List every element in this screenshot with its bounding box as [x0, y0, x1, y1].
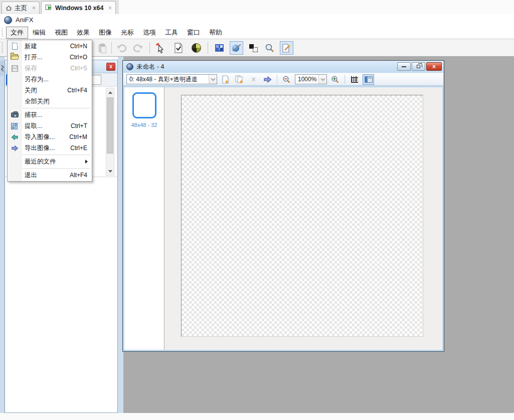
selection-marquee-button[interactable] [247, 41, 260, 55]
undo-icon [116, 43, 127, 53]
side-panel-close-button[interactable]: x [106, 63, 115, 71]
menu-item-close[interactable]: 关闭 Ctrl+F4 [8, 85, 92, 96]
test-cursor-button[interactable] [153, 41, 167, 55]
frame-thumbnail-selected[interactable] [132, 92, 156, 118]
menu-item-save[interactable]: 保存 Ctrl+S [8, 63, 92, 74]
menu-image[interactable]: 图像 [94, 27, 116, 39]
open-folder-icon [8, 54, 22, 60]
pointer-spark-icon [155, 43, 165, 54]
menu-item-shortcut: Ctrl+O [70, 54, 92, 61]
document-title-bar[interactable]: 未命名 - 4 × [123, 61, 444, 73]
menubar-grip[interactable] [2, 29, 3, 37]
arrow-down-icon [108, 170, 112, 173]
side-panel-scrollbar[interactable] [106, 88, 114, 176]
menu-file[interactable]: 文件 [6, 27, 28, 39]
export-arrow-icon [263, 76, 272, 83]
close-x-icon: x [109, 64, 112, 69]
menu-item-close-all[interactable]: 全部关闭 [8, 96, 92, 107]
cursor-check-button[interactable] [172, 41, 185, 55]
side-panel-lower-area [5, 177, 117, 412]
menu-item-label: 退出 [22, 171, 37, 180]
arrow-up-icon [108, 91, 112, 94]
canvas-area [164, 87, 442, 350]
menu-item-exit[interactable]: 退出 Alt+F4 [8, 170, 92, 181]
draw-sphere-icon [232, 44, 241, 52]
doc-restore-button[interactable] [412, 62, 425, 71]
zoom-in-button[interactable] [329, 74, 341, 85]
camera-icon [8, 112, 22, 117]
image-blocks-button[interactable] [213, 41, 226, 55]
format-combo-value: 0: 48x48 - 真彩+透明通道 [127, 75, 209, 84]
toolbar-grip[interactable] [2, 42, 3, 53]
tab-home-close-icon[interactable]: × [32, 6, 36, 11]
menu-item-label: 另存为... [22, 75, 49, 84]
save-floppy-icon [8, 65, 22, 72]
vm-tab-bar: 主页 × Windows 10 x64 × [0, 0, 514, 14]
menu-item-new[interactable]: 新建 Ctrl+N [8, 41, 92, 52]
preview-panel-toggle-button[interactable] [363, 74, 374, 85]
tab-vm-close-icon[interactable]: × [108, 6, 112, 11]
collapsed-panel-tab[interactable] [0, 61, 5, 76]
doc-minimize-button[interactable] [397, 62, 411, 71]
scroll-down-button[interactable] [106, 167, 114, 175]
menu-help[interactable]: 帮助 [205, 27, 227, 39]
effects-wand-button[interactable] [280, 41, 293, 55]
zoom-combo[interactable]: 1000% [295, 74, 327, 84]
restore-icon [417, 65, 420, 68]
menu-tools[interactable]: 工具 [160, 27, 183, 39]
menu-options[interactable]: 选项 [138, 27, 160, 39]
menu-effects[interactable]: 效果 [72, 27, 94, 39]
draw-sphere-button[interactable] [230, 41, 243, 55]
effects-wand-icon [282, 43, 291, 53]
export-image-button[interactable] [262, 74, 273, 85]
tab-vm[interactable]: Windows 10 x64 × [41, 1, 116, 14]
menu-item-label: 捕获... [22, 111, 42, 119]
menu-item-export-image[interactable]: 导出图像... Ctrl+E [8, 143, 92, 154]
menu-item-label: 全部关闭 [22, 97, 50, 106]
combo-arrow[interactable] [209, 75, 217, 84]
scrollbar-track[interactable] [106, 96, 114, 167]
new-image-button[interactable] [220, 74, 231, 85]
menu-item-shortcut: Ctrl+M [69, 133, 92, 141]
toolbar-separator [345, 75, 345, 84]
menu-cursor[interactable]: 光标 [116, 27, 138, 39]
delete-image-button[interactable]: × [248, 74, 259, 85]
menu-item-capture[interactable]: 捕获... [8, 109, 92, 120]
menu-edit[interactable]: 编辑 [28, 27, 50, 39]
menu-item-open[interactable]: 打开... Ctrl+O [8, 52, 92, 63]
redo-button[interactable] [131, 41, 144, 55]
scroll-up-button[interactable] [106, 88, 114, 96]
import-arrow-icon [8, 134, 22, 141]
paste-button[interactable] [95, 41, 109, 55]
duplicate-image-button[interactable] [234, 74, 245, 85]
menu-item-label: 打开... [22, 53, 42, 62]
zoom-out-button[interactable] [281, 74, 292, 85]
menu-item-recent-files[interactable]: 最近的文件 [8, 156, 92, 167]
combo-arrow[interactable] [318, 75, 326, 84]
menu-view[interactable]: 视图 [50, 27, 72, 39]
close-x-icon: × [432, 64, 436, 70]
transparent-canvas[interactable] [181, 95, 423, 337]
menu-item-extract[interactable]: 提取... Ctrl+T [8, 120, 92, 131]
menu-separator [23, 155, 90, 155]
export-arrow-icon [8, 145, 22, 152]
menu-window[interactable]: 窗口 [183, 27, 205, 39]
color-wheel-button[interactable] [190, 41, 203, 55]
app-title-bar: AniFX × [0, 14, 514, 27]
menu-item-save-as[interactable]: 另存为... [8, 74, 92, 85]
tab-home[interactable]: 主页 × [2, 2, 40, 14]
page-check-icon [174, 43, 183, 53]
undo-button[interactable] [115, 41, 128, 55]
scrollbar-thumb[interactable] [107, 97, 113, 154]
doc-close-button[interactable]: × [426, 62, 442, 71]
menu-item-label: 关闭 [22, 86, 37, 95]
magnifier-button[interactable] [263, 41, 276, 55]
chevron-down-icon [211, 76, 215, 80]
menu-item-label: 提取... [22, 122, 42, 130]
format-combo[interactable]: 0: 48x48 - 真彩+透明通道 [126, 74, 217, 84]
toolbar-separator [277, 75, 277, 84]
menu-item-import-image[interactable]: 导入图像... Ctrl+M [8, 131, 92, 143]
grid-toggle-button[interactable] [349, 74, 360, 85]
delete-x-icon: × [251, 76, 255, 83]
zoom-out-icon [282, 75, 291, 84]
